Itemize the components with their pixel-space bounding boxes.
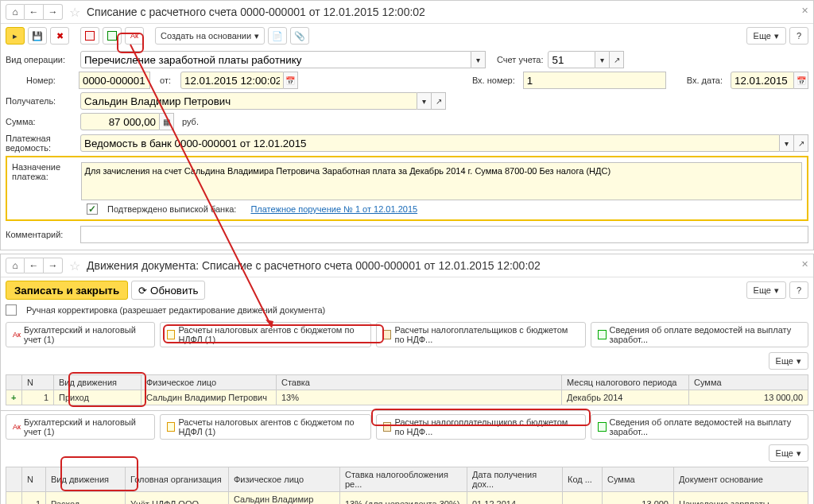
nav-fwd[interactable]: → (44, 4, 63, 20)
table-row[interactable]: – 1 Расход Учёт НДФЛ ООО Сальдин Владими… (6, 492, 808, 505)
col-sum: Сумма (603, 467, 674, 492)
confirmed-label: Подтверждено выпиской банка: (107, 204, 236, 214)
recipient-label: Получатель: (6, 96, 76, 106)
save-close-button[interactable]: Записать и закрыть (6, 281, 128, 300)
account-input[interactable] (548, 51, 595, 68)
in-date-label: Вх. дата: (687, 76, 723, 85)
open-icon[interactable]: ↗ (610, 51, 624, 68)
form: Вид операции: ▾ Счет учета: ▾ ↗ Номер: о… (1, 48, 813, 250)
calendar-icon[interactable]: 📅 (794, 72, 808, 89)
tab-ndfl-payers[interactable]: Расчеты налогоплательщиков с бюджетом по… (376, 414, 586, 440)
confirmed-checkbox[interactable] (87, 204, 98, 215)
save-button[interactable]: 💾 (28, 27, 47, 45)
col-month: Месяц налогового периода (562, 375, 689, 390)
col-rate: Ставка (277, 375, 562, 390)
more-button[interactable]: Еще ▾ (746, 281, 786, 299)
tab-accounting[interactable]: АкБухгалтерский и налоговый учет (1) (6, 414, 155, 440)
nav-back[interactable]: ← (25, 4, 44, 20)
date-label: от: (160, 76, 171, 85)
recipient-input[interactable] (80, 92, 417, 110)
tabs-row-2: АкБухгалтерский и налоговый учет (1) Рас… (1, 410, 813, 441)
nav-fwd[interactable]: → (44, 258, 63, 273)
purpose-textarea[interactable] (81, 162, 802, 200)
dropdown-icon[interactable]: ▾ (595, 51, 610, 68)
account-label: Счет учета: (497, 55, 543, 64)
col-type: Вид движения (54, 375, 141, 390)
main-window: ⌂ ← → ☆ Списание с расчетного счета 0000… (0, 0, 814, 250)
attach-button[interactable]: 📎 (290, 27, 309, 45)
col-doc: Документ основание (674, 467, 808, 492)
star-icon[interactable]: ☆ (69, 258, 80, 273)
movements-table-1: N Вид движения Физическое лицо Ставка Ме… (6, 374, 808, 405)
sum-label: Сумма: (6, 117, 76, 126)
more-button[interactable]: Еще ▾ (746, 27, 786, 45)
dropdown-icon[interactable]: ▾ (471, 51, 486, 68)
help-button[interactable]: ? (789, 281, 808, 299)
register-input[interactable] (80, 134, 780, 152)
chevron-down-icon: ▾ (254, 31, 259, 41)
payment-order-link[interactable]: Платежное поручение № 1 от 12.01.2015 (250, 204, 417, 214)
more-button[interactable]: Еще▾ (769, 444, 808, 462)
report-button[interactable] (103, 27, 122, 45)
movements-button[interactable]: Ак (125, 27, 144, 45)
sign-cell: – (6, 492, 22, 505)
titlebar: ⌂ ← → ☆ Движения документа: Списание с р… (1, 254, 813, 277)
help-button[interactable]: ? (789, 27, 808, 45)
tab-ndfl-agents[interactable]: Расчеты налоговых агентов с бюджетом по … (160, 322, 371, 347)
chevron-down-icon: ▾ (774, 31, 779, 41)
dt-kt-button[interactable] (80, 27, 99, 45)
col-sum: Сумма (689, 375, 808, 390)
in-number-input[interactable] (523, 72, 666, 89)
toolbar: Записать и закрыть ⟳ Обновить Еще ▾ ? (1, 277, 813, 303)
window-title: Движения документа: Списание с расчетног… (87, 259, 541, 272)
tab-payment-info[interactable]: Сведения об оплате ведомостей на выплату… (591, 414, 808, 440)
col-rate: Ставка налогообложения ре... (340, 467, 467, 492)
comment-input[interactable] (80, 226, 808, 243)
manual-edit-label: Ручная корректировка (разрешает редактир… (26, 305, 325, 315)
purpose-box: Назначение платежа: Подтверждено выписко… (6, 156, 808, 221)
tab-ndfl-payers[interactable]: Расчеты налогоплательщиков с бюджетом по… (376, 322, 586, 347)
col-n: N (22, 375, 54, 390)
col-type: Вид движения (46, 467, 126, 492)
nav-back[interactable]: ← (25, 258, 44, 273)
nav-home[interactable]: ⌂ (6, 258, 25, 273)
titlebar: ⌂ ← → ☆ Списание с расчетного счета 0000… (1, 1, 813, 24)
star-icon[interactable]: ☆ (69, 5, 80, 20)
window-title: Списание с расчетного счета 0000-000001 … (87, 6, 425, 18)
op-type-label: Вид операции: (6, 55, 76, 64)
col-person: Физическое лицо (229, 467, 340, 492)
dropdown-icon[interactable]: ▾ (780, 134, 794, 152)
number-label: Номер: (26, 76, 74, 85)
table-row[interactable]: + 1 Приход Сальдин Владимир Петрович 13%… (6, 390, 808, 405)
tab-accounting[interactable]: АкБухгалтерский и налоговый учет (1) (6, 322, 155, 347)
date-input[interactable] (180, 72, 284, 89)
tab-ndfl-agents[interactable]: Расчеты налоговых агентов с бюджетом по … (160, 414, 371, 440)
sum-input[interactable] (80, 113, 160, 130)
refresh-button[interactable]: ⟳ Обновить (131, 281, 205, 300)
dropdown-icon[interactable]: ▾ (417, 92, 432, 110)
in-date-input[interactable] (731, 72, 794, 89)
close-icon[interactable]: ✕ (801, 6, 808, 16)
manual-edit-checkbox[interactable] (6, 304, 17, 316)
open-icon[interactable]: ↗ (794, 134, 808, 152)
calendar-icon[interactable]: 📅 (284, 72, 298, 89)
refresh-icon: ⟳ (138, 285, 147, 297)
chevron-down-icon: ▾ (774, 285, 779, 296)
purpose-label: Назначение платежа: (12, 162, 76, 181)
create-based-dropdown[interactable]: Создать на основании ▾ (155, 27, 265, 45)
number-input[interactable] (79, 72, 150, 89)
op-type-input[interactable] (80, 51, 471, 68)
print-button[interactable]: 📄 (268, 27, 287, 45)
close-icon[interactable]: ✕ (801, 259, 808, 269)
nav-home[interactable]: ⌂ (6, 4, 25, 20)
open-icon[interactable]: ↗ (432, 92, 446, 110)
col-person: Физическое лицо (141, 375, 277, 390)
cancel-post-button[interactable]: ✖ (50, 27, 69, 45)
col-n: N (22, 467, 46, 492)
tab-payment-info[interactable]: Сведения об оплате ведомостей на выплату… (591, 322, 808, 347)
post-button[interactable]: ▸ (6, 27, 25, 45)
more-button[interactable]: Еще▾ (769, 352, 808, 370)
comment-label: Комментарий: (6, 230, 76, 239)
toolbar: ▸ 💾 ✖ Ак Создать на основании ▾ 📄 📎 Еще … (1, 24, 813, 48)
calc-icon[interactable]: ▦ (160, 113, 174, 130)
